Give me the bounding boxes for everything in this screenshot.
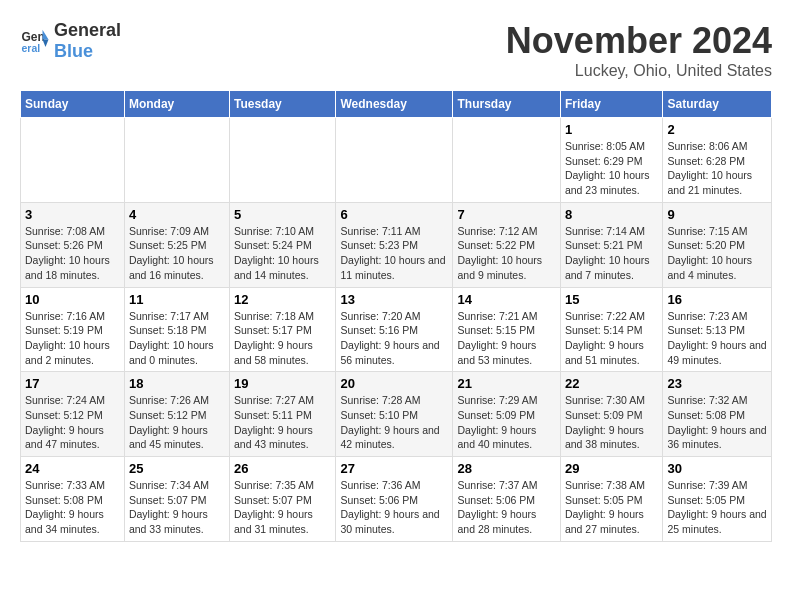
day-number: 13	[340, 292, 448, 307]
day-header-sunday: Sunday	[21, 91, 125, 118]
calendar-cell	[230, 118, 336, 203]
calendar-cell	[453, 118, 560, 203]
logo-general: General	[54, 20, 121, 40]
day-info: Sunrise: 7:18 AM Sunset: 5:17 PM Dayligh…	[234, 309, 331, 368]
day-info: Sunrise: 7:08 AM Sunset: 5:26 PM Dayligh…	[25, 224, 120, 283]
day-number: 28	[457, 461, 555, 476]
day-number: 19	[234, 376, 331, 391]
calendar-cell: 5Sunrise: 7:10 AM Sunset: 5:24 PM Daylig…	[230, 202, 336, 287]
calendar-table: SundayMondayTuesdayWednesdayThursdayFrid…	[20, 90, 772, 542]
day-info: Sunrise: 7:12 AM Sunset: 5:22 PM Dayligh…	[457, 224, 555, 283]
day-header-wednesday: Wednesday	[336, 91, 453, 118]
day-number: 30	[667, 461, 767, 476]
calendar-cell: 10Sunrise: 7:16 AM Sunset: 5:19 PM Dayli…	[21, 287, 125, 372]
calendar-cell: 24Sunrise: 7:33 AM Sunset: 5:08 PM Dayli…	[21, 457, 125, 542]
calendar-cell: 9Sunrise: 7:15 AM Sunset: 5:20 PM Daylig…	[663, 202, 772, 287]
calendar-cell: 12Sunrise: 7:18 AM Sunset: 5:17 PM Dayli…	[230, 287, 336, 372]
calendar-cell: 13Sunrise: 7:20 AM Sunset: 5:16 PM Dayli…	[336, 287, 453, 372]
calendar-cell: 4Sunrise: 7:09 AM Sunset: 5:25 PM Daylig…	[124, 202, 229, 287]
day-header-friday: Friday	[560, 91, 663, 118]
day-info: Sunrise: 7:20 AM Sunset: 5:16 PM Dayligh…	[340, 309, 448, 368]
day-number: 16	[667, 292, 767, 307]
day-number: 15	[565, 292, 659, 307]
day-number: 22	[565, 376, 659, 391]
day-number: 12	[234, 292, 331, 307]
week-row-4: 24Sunrise: 7:33 AM Sunset: 5:08 PM Dayli…	[21, 457, 772, 542]
calendar-cell: 15Sunrise: 7:22 AM Sunset: 5:14 PM Dayli…	[560, 287, 663, 372]
day-info: Sunrise: 7:38 AM Sunset: 5:05 PM Dayligh…	[565, 478, 659, 537]
day-header-thursday: Thursday	[453, 91, 560, 118]
calendar-cell: 26Sunrise: 7:35 AM Sunset: 5:07 PM Dayli…	[230, 457, 336, 542]
svg-text:eral: eral	[22, 42, 41, 54]
calendar-cell: 25Sunrise: 7:34 AM Sunset: 5:07 PM Dayli…	[124, 457, 229, 542]
calendar-cell: 21Sunrise: 7:29 AM Sunset: 5:09 PM Dayli…	[453, 372, 560, 457]
week-row-2: 10Sunrise: 7:16 AM Sunset: 5:19 PM Dayli…	[21, 287, 772, 372]
day-number: 2	[667, 122, 767, 137]
logo: Gen eral General Blue	[20, 20, 121, 62]
calendar-cell: 11Sunrise: 7:17 AM Sunset: 5:18 PM Dayli…	[124, 287, 229, 372]
day-info: Sunrise: 7:37 AM Sunset: 5:06 PM Dayligh…	[457, 478, 555, 537]
day-info: Sunrise: 8:06 AM Sunset: 6:28 PM Dayligh…	[667, 139, 767, 198]
calendar-cell: 29Sunrise: 7:38 AM Sunset: 5:05 PM Dayli…	[560, 457, 663, 542]
day-info: Sunrise: 7:14 AM Sunset: 5:21 PM Dayligh…	[565, 224, 659, 283]
title-area: November 2024 Luckey, Ohio, United State…	[506, 20, 772, 80]
day-number: 29	[565, 461, 659, 476]
calendar-cell: 30Sunrise: 7:39 AM Sunset: 5:05 PM Dayli…	[663, 457, 772, 542]
day-number: 7	[457, 207, 555, 222]
day-info: Sunrise: 7:28 AM Sunset: 5:10 PM Dayligh…	[340, 393, 448, 452]
day-info: Sunrise: 7:26 AM Sunset: 5:12 PM Dayligh…	[129, 393, 225, 452]
month-title: November 2024	[506, 20, 772, 62]
calendar-cell: 18Sunrise: 7:26 AM Sunset: 5:12 PM Dayli…	[124, 372, 229, 457]
day-number: 10	[25, 292, 120, 307]
day-number: 14	[457, 292, 555, 307]
logo-text: General Blue	[54, 20, 121, 62]
day-number: 26	[234, 461, 331, 476]
day-info: Sunrise: 7:27 AM Sunset: 5:11 PM Dayligh…	[234, 393, 331, 452]
days-header-row: SundayMondayTuesdayWednesdayThursdayFrid…	[21, 91, 772, 118]
day-number: 3	[25, 207, 120, 222]
day-info: Sunrise: 7:35 AM Sunset: 5:07 PM Dayligh…	[234, 478, 331, 537]
header: Gen eral General Blue November 2024 Luck…	[20, 20, 772, 80]
location-title: Luckey, Ohio, United States	[506, 62, 772, 80]
day-info: Sunrise: 7:11 AM Sunset: 5:23 PM Dayligh…	[340, 224, 448, 283]
day-number: 6	[340, 207, 448, 222]
calendar-cell: 28Sunrise: 7:37 AM Sunset: 5:06 PM Dayli…	[453, 457, 560, 542]
day-number: 9	[667, 207, 767, 222]
day-number: 24	[25, 461, 120, 476]
day-number: 17	[25, 376, 120, 391]
calendar-cell: 14Sunrise: 7:21 AM Sunset: 5:15 PM Dayli…	[453, 287, 560, 372]
calendar-cell: 2Sunrise: 8:06 AM Sunset: 6:28 PM Daylig…	[663, 118, 772, 203]
week-row-3: 17Sunrise: 7:24 AM Sunset: 5:12 PM Dayli…	[21, 372, 772, 457]
day-header-tuesday: Tuesday	[230, 91, 336, 118]
day-info: Sunrise: 7:22 AM Sunset: 5:14 PM Dayligh…	[565, 309, 659, 368]
week-row-0: 1Sunrise: 8:05 AM Sunset: 6:29 PM Daylig…	[21, 118, 772, 203]
day-info: Sunrise: 7:16 AM Sunset: 5:19 PM Dayligh…	[25, 309, 120, 368]
day-number: 18	[129, 376, 225, 391]
calendar-cell	[336, 118, 453, 203]
day-info: Sunrise: 7:30 AM Sunset: 5:09 PM Dayligh…	[565, 393, 659, 452]
day-number: 25	[129, 461, 225, 476]
calendar-cell: 3Sunrise: 7:08 AM Sunset: 5:26 PM Daylig…	[21, 202, 125, 287]
day-info: Sunrise: 7:23 AM Sunset: 5:13 PM Dayligh…	[667, 309, 767, 368]
day-number: 5	[234, 207, 331, 222]
day-info: Sunrise: 7:21 AM Sunset: 5:15 PM Dayligh…	[457, 309, 555, 368]
day-number: 11	[129, 292, 225, 307]
day-info: Sunrise: 7:24 AM Sunset: 5:12 PM Dayligh…	[25, 393, 120, 452]
day-number: 27	[340, 461, 448, 476]
day-number: 23	[667, 376, 767, 391]
week-row-1: 3Sunrise: 7:08 AM Sunset: 5:26 PM Daylig…	[21, 202, 772, 287]
calendar-cell: 7Sunrise: 7:12 AM Sunset: 5:22 PM Daylig…	[453, 202, 560, 287]
day-info: Sunrise: 7:32 AM Sunset: 5:08 PM Dayligh…	[667, 393, 767, 452]
day-number: 20	[340, 376, 448, 391]
calendar-cell: 17Sunrise: 7:24 AM Sunset: 5:12 PM Dayli…	[21, 372, 125, 457]
logo-icon: Gen eral	[20, 26, 50, 56]
day-info: Sunrise: 7:15 AM Sunset: 5:20 PM Dayligh…	[667, 224, 767, 283]
day-info: Sunrise: 7:10 AM Sunset: 5:24 PM Dayligh…	[234, 224, 331, 283]
day-header-monday: Monday	[124, 91, 229, 118]
calendar-cell	[124, 118, 229, 203]
calendar-cell: 20Sunrise: 7:28 AM Sunset: 5:10 PM Dayli…	[336, 372, 453, 457]
calendar-cell: 22Sunrise: 7:30 AM Sunset: 5:09 PM Dayli…	[560, 372, 663, 457]
day-info: Sunrise: 7:29 AM Sunset: 5:09 PM Dayligh…	[457, 393, 555, 452]
calendar-cell: 1Sunrise: 8:05 AM Sunset: 6:29 PM Daylig…	[560, 118, 663, 203]
day-number: 21	[457, 376, 555, 391]
